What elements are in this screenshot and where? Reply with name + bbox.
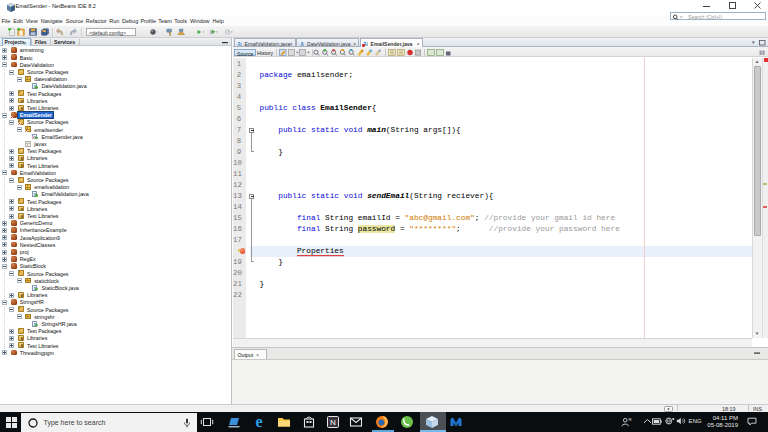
svg-text:N: N bbox=[330, 418, 336, 427]
svg-text:R: R bbox=[629, 417, 632, 422]
